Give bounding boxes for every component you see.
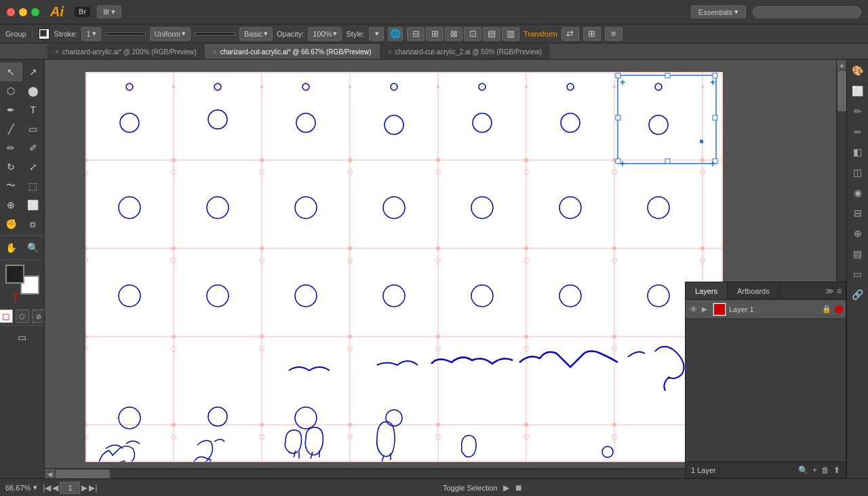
svg-point-82 <box>436 335 440 339</box>
tab-close-2[interactable]: × <box>388 48 392 56</box>
line-tool[interactable]: ╱ <box>0 119 22 138</box>
last-page-btn[interactable]: ▶| <box>89 483 97 493</box>
style-btn[interactable]: ▾ <box>369 27 384 41</box>
stroke-panel-icon[interactable]: ═ <box>850 123 866 140</box>
layer-row[interactable]: 👁 ▶ Layer 1 🔒 <box>686 300 846 319</box>
tab-close-0[interactable]: × <box>55 48 59 56</box>
rotate-tool[interactable]: ↻ <box>0 157 22 176</box>
foreground-color-box[interactable] <box>5 265 24 284</box>
transform-extra-btn[interactable]: ⇄ <box>561 27 579 41</box>
svg-point-26 <box>208 110 227 129</box>
essentials-button[interactable]: Essentials ▾ <box>691 5 746 18</box>
stroke-weight-btn[interactable]: 1 ▾ <box>81 27 100 41</box>
pencil-tool[interactable]: ✐ <box>22 138 45 157</box>
distribute-btn[interactable]: ⊠ <box>445 27 462 41</box>
move-layer-up-icon[interactable]: ⬆ <box>833 465 840 475</box>
free-transform-tool[interactable]: ⬚ <box>22 176 45 195</box>
lasso-tool[interactable]: ⬤ <box>22 81 45 100</box>
page-number-input[interactable] <box>60 482 80 494</box>
tab-0[interactable]: × charizard-acrylic.ai* @ 200% (RGB/Prev… <box>47 44 204 59</box>
stroke-type-btn[interactable]: ⬡ <box>16 309 29 323</box>
appearance-icon[interactable]: ◉ <box>850 185 866 201</box>
magic-wand-tool[interactable]: ⬡ <box>0 81 22 100</box>
scroll-thumb-h[interactable] <box>56 470 110 478</box>
paintbrush-tool[interactable]: ✏ <box>0 138 22 157</box>
pen-tool[interactable]: ✒ <box>0 100 22 119</box>
transform-btn[interactable]: Transform <box>524 30 557 38</box>
basic-btn[interactable]: Basic ▾ <box>239 27 273 41</box>
tab-2[interactable]: × charizard-cut-acrylic_2.ai @ 50% (RGB/… <box>380 44 549 59</box>
arrange-btn[interactable]: ⊞ <box>583 27 601 41</box>
delete-layer-icon[interactable]: 🗑 <box>821 465 829 475</box>
layer-visibility-icon[interactable]: 👁 <box>688 305 699 314</box>
links-icon[interactable]: 🔗 <box>850 286 866 303</box>
swatches-icon[interactable]: ⬜ <box>850 83 866 99</box>
maximize-button[interactable] <box>31 8 39 16</box>
scale-tool[interactable]: ⤢ <box>22 157 45 176</box>
layer-lock-icon[interactable]: 🔒 <box>821 305 832 313</box>
svg-rect-116 <box>618 75 716 164</box>
shape-builder-tool[interactable]: ⊕ <box>0 195 22 214</box>
gradient-panel-icon[interactable]: ◧ <box>850 144 866 160</box>
distribute2-btn[interactable]: ⊡ <box>464 27 481 41</box>
transparency-icon[interactable]: ◫ <box>850 164 866 180</box>
distribute3-btn[interactable]: ▤ <box>483 27 500 41</box>
layers-tab[interactable]: Layers <box>686 282 728 299</box>
more-btn[interactable]: ≡ <box>605 27 623 41</box>
add-layer-icon[interactable]: + <box>812 465 817 475</box>
eyedropper-tool[interactable]: ✊ <box>0 214 22 233</box>
scroll-up-btn[interactable]: ▲ <box>837 60 846 70</box>
svg-point-74 <box>383 285 405 307</box>
next-page-btn[interactable]: ▶ <box>81 483 87 493</box>
none-fill-btn[interactable]: ⊘ <box>32 309 45 323</box>
minimize-button[interactable] <box>19 8 27 16</box>
align-v-btn[interactable]: ⊞ <box>426 27 443 41</box>
bridge-button[interactable]: Br <box>75 7 90 17</box>
artboard-tool[interactable]: ▭ <box>0 328 44 347</box>
left-toolbar: ↖ ↗ ⬡ ⬤ ✒ T ╱ ▭ ✏ ✐ ↻ ⤢ 〜 ⬚ ⊕ ⬜ <box>0 60 45 478</box>
none-color-btn[interactable]: ◻ <box>0 309 13 323</box>
warp-tool[interactable]: 〜 <box>0 176 22 195</box>
layers-icon[interactable]: ▤ <box>850 246 866 262</box>
globe-icon-btn[interactable]: 🌐 <box>388 27 403 41</box>
color-panel-icon[interactable]: 🎨 <box>850 62 866 79</box>
hand-tool[interactable]: ✋ <box>0 238 22 257</box>
scroll-thumb-v[interactable] <box>837 71 846 111</box>
tab-close-1[interactable]: × <box>213 48 217 56</box>
layers-expand-icon[interactable]: ≫ <box>825 286 834 296</box>
svg-point-36 <box>436 158 440 162</box>
search-layers-icon[interactable]: 🔍 <box>798 465 808 475</box>
first-page-btn[interactable]: |◀ <box>43 483 51 493</box>
rect-tool[interactable]: ▭ <box>22 119 45 138</box>
gradient-tool[interactable]: ⬜ <box>22 195 45 214</box>
prev-page-btn[interactable]: ◀ <box>52 483 58 493</box>
svg-point-80 <box>260 335 264 339</box>
measure-tool[interactable]: ⧈ <box>22 214 45 233</box>
display-button[interactable]: ⊞ ▾ <box>97 5 121 18</box>
pathfinder-icon[interactable]: ⊕ <box>850 225 866 242</box>
close-button[interactable] <box>7 8 15 16</box>
titlebar: Ai Br ⊞ ▾ Essentials ▾ <box>0 0 868 24</box>
align-h-btn[interactable]: ⊟ <box>407 27 425 41</box>
type-tool[interactable]: T <box>22 100 45 119</box>
direct-select-tool[interactable]: ↗ <box>22 62 45 81</box>
uniform-btn[interactable]: Uniform ▾ <box>150 27 191 41</box>
distribute4-btn[interactable]: ▥ <box>502 27 519 41</box>
toggle-stop-btn[interactable]: ⏹ <box>515 483 523 493</box>
search-input[interactable] <box>753 6 861 18</box>
align-panel-icon[interactable]: ⊟ <box>850 205 866 221</box>
layer-name[interactable]: Layer 1 <box>729 305 818 313</box>
select-tool[interactable]: ↖ <box>0 62 22 81</box>
tab-1[interactable]: × charizard-cut-acrylic.ai* @ 66.67% (RG… <box>205 44 379 59</box>
artboards-tab[interactable]: Artboards <box>728 282 780 299</box>
stroke-color-swatch[interactable] <box>38 28 50 40</box>
opacity-btn[interactable]: 100% ▾ <box>308 27 342 41</box>
scroll-left-btn[interactable]: ◀ <box>45 469 55 478</box>
layers-menu-icon[interactable]: ≡ <box>837 286 842 296</box>
brushes-icon[interactable]: ✏ <box>850 103 866 119</box>
artboards-icon[interactable]: ▭ <box>850 266 866 282</box>
svg-point-97 <box>386 410 402 426</box>
layer-expand-arrow[interactable]: ▶ <box>702 305 710 313</box>
zoom-tool[interactable]: 🔍 <box>22 238 45 257</box>
toggle-play-btn[interactable]: ▶ <box>503 483 509 493</box>
